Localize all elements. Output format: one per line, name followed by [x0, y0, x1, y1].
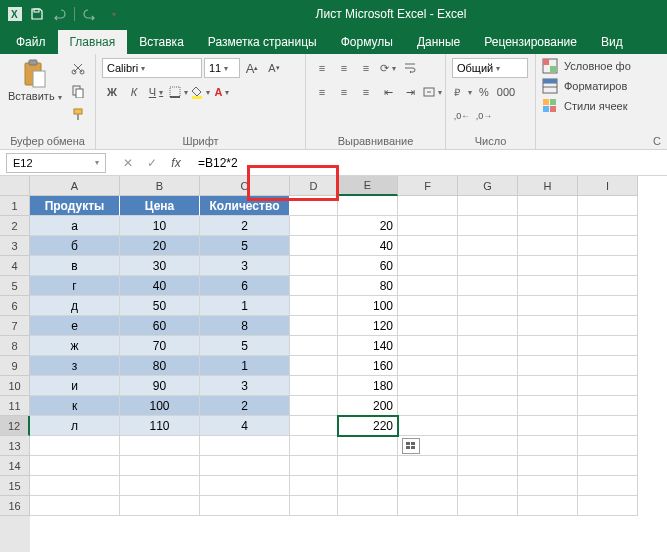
- cell[interactable]: 60: [120, 316, 200, 336]
- cell[interactable]: и: [30, 376, 120, 396]
- align-middle-icon[interactable]: ≡: [334, 58, 354, 78]
- cell[interactable]: [458, 256, 518, 276]
- row-header[interactable]: 11: [0, 396, 30, 416]
- tab-file[interactable]: Файл: [4, 30, 58, 54]
- cell[interactable]: [518, 436, 578, 456]
- cell[interactable]: е: [30, 316, 120, 336]
- cell[interactable]: 4: [200, 416, 290, 436]
- cell[interactable]: [458, 236, 518, 256]
- italic-button[interactable]: К: [124, 82, 144, 102]
- cell[interactable]: [518, 196, 578, 216]
- cell[interactable]: [578, 256, 638, 276]
- column-header[interactable]: F: [398, 176, 458, 196]
- bold-button[interactable]: Ж: [102, 82, 122, 102]
- column-header[interactable]: B: [120, 176, 200, 196]
- select-all-corner[interactable]: [0, 176, 30, 196]
- cell[interactable]: [120, 456, 200, 476]
- cell[interactable]: 50: [120, 296, 200, 316]
- cell[interactable]: [518, 376, 578, 396]
- cell[interactable]: [518, 356, 578, 376]
- cell[interactable]: [398, 496, 458, 516]
- cell[interactable]: [518, 216, 578, 236]
- tab-home[interactable]: Главная: [58, 30, 128, 54]
- cell[interactable]: [458, 356, 518, 376]
- formula-input[interactable]: =B12*2: [192, 153, 667, 173]
- column-header[interactable]: A: [30, 176, 120, 196]
- tab-page-layout[interactable]: Разметка страницы: [196, 30, 329, 54]
- decrease-indent-icon[interactable]: ⇤: [378, 82, 398, 102]
- conditional-formatting-button[interactable]: Условное фо: [542, 58, 631, 74]
- cell[interactable]: [120, 476, 200, 496]
- column-header[interactable]: E: [338, 176, 398, 196]
- column-header[interactable]: C: [200, 176, 290, 196]
- cell[interactable]: [290, 496, 338, 516]
- font-name-select[interactable]: Calibri: [102, 58, 202, 78]
- cell[interactable]: 140: [338, 336, 398, 356]
- undo-icon[interactable]: [50, 5, 68, 23]
- cell[interactable]: 5: [200, 236, 290, 256]
- cell[interactable]: [458, 416, 518, 436]
- cell[interactable]: 80: [338, 276, 398, 296]
- cell[interactable]: [458, 456, 518, 476]
- cell[interactable]: [578, 496, 638, 516]
- cell[interactable]: 1: [200, 296, 290, 316]
- cell[interactable]: [458, 376, 518, 396]
- cell[interactable]: [398, 376, 458, 396]
- cell[interactable]: 6: [200, 276, 290, 296]
- cell[interactable]: [290, 296, 338, 316]
- cell[interactable]: [398, 456, 458, 476]
- autofill-options-icon[interactable]: [402, 438, 420, 454]
- cell[interactable]: 2: [200, 216, 290, 236]
- comma-icon[interactable]: 000: [496, 82, 516, 102]
- row-header[interactable]: 5: [0, 276, 30, 296]
- row-header[interactable]: 7: [0, 316, 30, 336]
- cell[interactable]: 40: [120, 276, 200, 296]
- cell[interactable]: 110: [120, 416, 200, 436]
- tab-data[interactable]: Данные: [405, 30, 472, 54]
- cell[interactable]: ж: [30, 336, 120, 356]
- copy-icon[interactable]: [68, 81, 88, 101]
- cell[interactable]: [398, 216, 458, 236]
- cell[interactable]: а: [30, 216, 120, 236]
- cell[interactable]: [458, 396, 518, 416]
- cell[interactable]: 1: [200, 356, 290, 376]
- cancel-formula-icon[interactable]: ✕: [120, 155, 136, 171]
- cell[interactable]: 100: [120, 396, 200, 416]
- cell[interactable]: [578, 416, 638, 436]
- cell[interactable]: 100: [338, 296, 398, 316]
- row-header[interactable]: 8: [0, 336, 30, 356]
- cell[interactable]: [30, 456, 120, 476]
- font-size-select[interactable]: 11: [204, 58, 240, 78]
- align-bottom-icon[interactable]: ≡: [356, 58, 376, 78]
- cell[interactable]: 30: [120, 256, 200, 276]
- decrease-decimal-icon[interactable]: ,0→: [474, 106, 494, 126]
- align-center-icon[interactable]: ≡: [334, 82, 354, 102]
- increase-font-icon[interactable]: A▴: [242, 58, 262, 78]
- cell[interactable]: [290, 456, 338, 476]
- cell[interactable]: [290, 316, 338, 336]
- row-header[interactable]: 1: [0, 196, 30, 216]
- cell[interactable]: [578, 456, 638, 476]
- redo-icon[interactable]: [81, 5, 99, 23]
- cell[interactable]: [290, 436, 338, 456]
- cell[interactable]: 180: [338, 376, 398, 396]
- cell[interactable]: 40: [338, 236, 398, 256]
- cell[interactable]: 10: [120, 216, 200, 236]
- tab-insert[interactable]: Вставка: [127, 30, 196, 54]
- cell[interactable]: [578, 276, 638, 296]
- cell[interactable]: [290, 416, 338, 436]
- row-header[interactable]: 13: [0, 436, 30, 456]
- cell[interactable]: [338, 196, 398, 216]
- format-as-table-button[interactable]: Форматиров: [542, 78, 627, 94]
- cell[interactable]: [458, 196, 518, 216]
- column-header[interactable]: G: [458, 176, 518, 196]
- cell[interactable]: [30, 476, 120, 496]
- row-header[interactable]: 4: [0, 256, 30, 276]
- cell[interactable]: [578, 476, 638, 496]
- cell[interactable]: [398, 396, 458, 416]
- cell[interactable]: [200, 456, 290, 476]
- cell[interactable]: 200: [338, 396, 398, 416]
- cell[interactable]: [338, 496, 398, 516]
- cell[interactable]: [578, 436, 638, 456]
- column-header[interactable]: H: [518, 176, 578, 196]
